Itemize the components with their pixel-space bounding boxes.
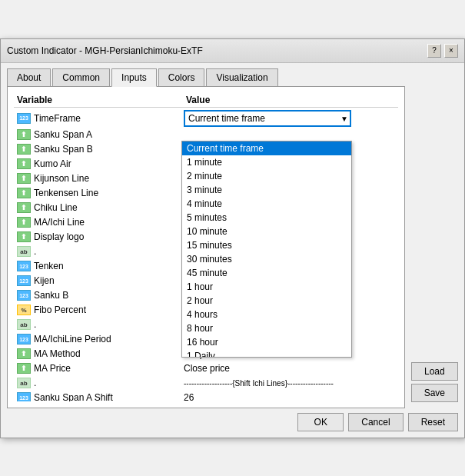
dropdown-option[interactable]: 16 hour <box>182 335 351 349</box>
title-controls: ? × <box>427 44 458 58</box>
dropdown-option[interactable]: 10 minute <box>182 225 351 238</box>
row-icon: ⬆ <box>17 348 31 359</box>
dropdown-option-list: Current time frame1 minute2 minute3 minu… <box>182 141 351 357</box>
row-variable-name: . <box>34 319 184 330</box>
timeframe-dropdown-container: Current time frame ▼ <box>184 110 351 127</box>
row-variable-value: -------------------{Shift Ichi Lines}---… <box>184 379 395 388</box>
inputs-panel: Variable Value 123 TimeFrame Current tim… <box>7 86 405 408</box>
bottom-bar: OK Cancel Reset <box>1 408 464 438</box>
row-icon: ⬆ <box>17 202 31 213</box>
row-variable-value: Close price <box>184 363 395 374</box>
row-icon: ⬆ <box>17 144 31 155</box>
row-variable-name: . <box>34 246 184 257</box>
load-button[interactable]: Load <box>411 362 458 381</box>
row-variable-name: Sanku Span B <box>34 144 184 155</box>
table-row: ⬆MA PriceClose price <box>14 361 398 376</box>
row-variable-name: Sanku Span A Shift <box>34 392 184 401</box>
tab-common[interactable]: Common <box>52 68 110 87</box>
row-icon: 123 <box>17 392 31 401</box>
row-variable-value: 26 <box>184 392 395 401</box>
row-variable-name: Display logo <box>34 231 184 242</box>
row-icon: ab <box>17 246 31 257</box>
dropdown-option[interactable]: 15 minutes <box>182 238 351 252</box>
row-variable-name: Tenken <box>34 261 184 271</box>
row-variable-name: MA/IchiLine Period <box>34 334 184 345</box>
tab-visualization[interactable]: Visualization <box>206 68 277 87</box>
row-icon: 123 <box>17 275 31 286</box>
timeframe-dropdown[interactable]: Current time frame <box>184 110 351 127</box>
table-row: 123Sanku Span A Shift26 <box>14 391 398 401</box>
main-window: Custom Indicator - MGH-PersianIchimoku-E… <box>0 38 465 438</box>
tab-colors[interactable]: Colors <box>158 68 205 87</box>
row-icon: ⬆ <box>17 129 31 140</box>
row-variable-name: Kijunson Line <box>34 173 184 184</box>
row-icon: ⬆ <box>17 217 31 228</box>
dropdown-option[interactable]: 4 hours <box>182 308 351 321</box>
row-variable-name: Sanku Span A <box>34 129 184 140</box>
dropdown-option[interactable]: 5 minutes <box>182 211 351 225</box>
title-bar: Custom Indicator - MGH-PersianIchimoku-E… <box>1 39 464 63</box>
dropdown-option[interactable]: 4 minute <box>182 197 351 211</box>
row-variable-name: MA/Ichi Line <box>34 217 184 228</box>
row-icon: 123 <box>17 113 31 124</box>
save-button[interactable]: Save <box>411 384 458 402</box>
dropdown-option[interactable]: Current time frame <box>182 141 351 155</box>
cancel-button[interactable]: Cancel <box>348 413 403 431</box>
table-body[interactable]: 123 TimeFrame Current time frame ▼ <box>14 109 398 401</box>
row-variable-name: MA Method <box>34 348 184 359</box>
help-button[interactable]: ? <box>427 44 441 58</box>
dropdown-selected-value: Current time frame <box>188 113 265 124</box>
dropdown-option[interactable]: 1 Daily <box>182 349 351 357</box>
dropdown-option[interactable]: 30 minutes <box>182 252 351 266</box>
col-variable-header: Variable <box>17 95 186 105</box>
dropdown-option[interactable]: 8 hour <box>182 321 351 335</box>
row-variable-name: Kumo Air <box>34 158 184 169</box>
dropdown-option[interactable]: 2 minute <box>182 169 351 183</box>
dropdown-option[interactable]: 1 minute <box>182 155 351 169</box>
row-variable-name: . <box>34 378 184 388</box>
table-header: Variable Value <box>14 93 398 108</box>
table-row: 123 TimeFrame Current time frame ▼ <box>14 109 398 128</box>
tab-inputs[interactable]: Inputs <box>111 68 157 87</box>
ok-button[interactable]: OK <box>297 413 344 431</box>
side-buttons-panel: Load Save <box>411 86 458 408</box>
col-value-header: Value <box>186 95 383 105</box>
row-variable-name: Tenkensen Line <box>34 188 184 198</box>
close-button[interactable]: × <box>444 44 458 58</box>
row-icon: ⬆ <box>17 158 31 169</box>
row-icon: ⬆ <box>17 231 31 242</box>
row-variable-name: MA Price <box>34 363 184 374</box>
dropdown-list-wrapper: Current time frame1 minute2 minute3 minu… <box>181 141 352 358</box>
row-icon: ab <box>17 378 31 388</box>
row-icon: 123 <box>17 334 31 345</box>
row-icon: % <box>17 305 31 315</box>
reset-button[interactable]: Reset <box>408 413 458 431</box>
row-icon: ⬆ <box>17 188 31 198</box>
tab-about[interactable]: About <box>7 68 51 87</box>
window-title: Custom Indicator - MGH-PersianIchimoku-E… <box>7 45 203 56</box>
dropdown-option[interactable]: 2 hour <box>182 294 351 308</box>
dropdown-option[interactable]: 3 minute <box>182 183 351 197</box>
tab-bar: About Common Inputs Colors Visualization <box>1 63 464 86</box>
table-row: ab.-------------------{Shift Ichi Lines}… <box>14 376 398 391</box>
dropdown-option[interactable]: 45 minute <box>182 266 351 280</box>
row-icon: ⬆ <box>17 173 31 184</box>
row-variable-name: Chiku Line <box>34 202 184 213</box>
dropdown-option[interactable]: 1 hour <box>182 280 351 294</box>
row-variable-name: Sanku B <box>34 290 184 301</box>
row-icon: ab <box>17 319 31 330</box>
row-icon: 123 <box>17 261 31 271</box>
row-variable-name: TimeFrame <box>34 113 184 124</box>
row-variable-name: Fibo Percent <box>34 305 184 315</box>
row-icon: ⬆ <box>17 363 31 374</box>
row-variable-name: Kijen <box>34 275 184 286</box>
row-icon: 123 <box>17 290 31 301</box>
